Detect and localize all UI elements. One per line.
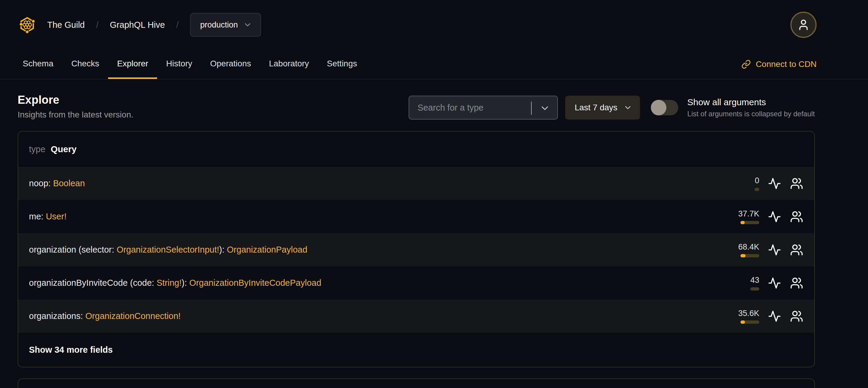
tab-operations[interactable]: Operations <box>201 50 260 79</box>
usage-bar <box>740 254 759 257</box>
field-row: organizations: OrganizationConnection!35… <box>18 300 814 333</box>
toggle-description: List of arguments is collapsed by defaul… <box>687 110 815 118</box>
breadcrumb-org[interactable]: The Guild <box>47 20 85 30</box>
field-usage-group: 43 <box>738 276 804 291</box>
type-card-query: type Query noop: Boolean0me: User!37.7Ko… <box>18 131 815 367</box>
field-signature: noop: Boolean <box>29 178 85 188</box>
field-return-type-link[interactable]: User! <box>46 212 66 221</box>
field-punctuation: : <box>41 212 46 221</box>
field-usage-group: 35.6K <box>738 309 804 324</box>
breadcrumb-separator: / <box>96 20 99 30</box>
users-icon[interactable] <box>790 309 804 323</box>
type-name: Query <box>51 144 77 154</box>
type-kind-label: type <box>29 144 45 154</box>
chevron-down-icon <box>243 20 252 29</box>
usage-bar <box>740 321 759 324</box>
field-usage-group: 0 <box>738 176 804 191</box>
tab-bar: SchemaChecksExplorerHistoryOperationsLab… <box>0 50 868 80</box>
breadcrumb-project[interactable]: GraphQL Hive <box>110 20 165 30</box>
chevron-down-icon[interactable] <box>539 103 550 114</box>
field-arg-name: selector: <box>82 245 117 255</box>
field-name: organizations <box>29 311 81 321</box>
field-punctuation: ) <box>219 245 222 255</box>
toggle-labels: Show all arguments List of arguments is … <box>687 97 815 118</box>
target-selector[interactable]: production <box>190 13 261 37</box>
tab-history[interactable]: History <box>157 50 201 79</box>
field-return-type-link[interactable]: OrganizationConnection! <box>86 311 181 321</box>
field-arg-type-link[interactable]: String! <box>156 278 182 288</box>
field-return-type-link[interactable]: OrganizationPayload <box>227 245 307 255</box>
next-type-card-partial <box>18 379 815 388</box>
tab-explorer[interactable]: Explorer <box>108 50 157 79</box>
field-punctuation: ( <box>76 245 82 255</box>
field-arg-type-link[interactable]: OrganizationSelectorInput! <box>117 245 219 255</box>
show-more-fields-label: Show 34 more fields <box>29 345 113 355</box>
field-usage-stat: 37.7K <box>738 209 759 224</box>
field-name: me <box>29 212 41 221</box>
hive-logo[interactable] <box>19 16 36 34</box>
type-search-combobox[interactable] <box>409 96 558 120</box>
users-icon[interactable] <box>790 243 804 257</box>
field-usage-stat: 0 <box>738 176 759 191</box>
field-row: me: User!37.7K <box>18 200 814 233</box>
toggle-label: Show all arguments <box>687 97 815 107</box>
activity-icon[interactable] <box>768 309 781 323</box>
tab-settings[interactable]: Settings <box>318 50 366 79</box>
period-select-value: Last 7 days <box>575 103 617 112</box>
field-usage-group: 37.7K <box>738 209 804 224</box>
type-search-input[interactable] <box>409 103 526 113</box>
users-icon[interactable] <box>790 177 804 190</box>
period-select[interactable]: Last 7 days <box>565 96 640 120</box>
usage-bar-fill <box>740 321 745 324</box>
page-heading: Explore Insights from the latest version… <box>18 93 133 120</box>
activity-icon[interactable] <box>768 243 781 257</box>
field-usage-stat: 68.4K <box>738 242 759 257</box>
field-request-count: 37.7K <box>738 209 759 218</box>
show-all-arguments-toggle[interactable] <box>651 100 678 115</box>
type-card-header: type Query <box>18 131 814 167</box>
explorer-controls: Last 7 days Show all arguments List of a… <box>409 96 815 120</box>
tab-checks[interactable]: Checks <box>62 50 108 79</box>
usage-bar <box>750 287 759 291</box>
tab-laboratory[interactable]: Laboratory <box>260 50 318 79</box>
field-request-count: 35.6K <box>738 309 759 318</box>
main-content: Explore Insights from the latest version… <box>0 93 868 388</box>
activity-icon[interactable] <box>768 177 781 190</box>
field-row: noop: Boolean0 <box>18 167 814 200</box>
show-more-fields-button[interactable]: Show 34 more fields <box>18 333 814 367</box>
activity-icon[interactable] <box>768 276 781 290</box>
field-return-type-link[interactable]: Boolean <box>53 178 85 188</box>
tab-schema[interactable]: Schema <box>14 50 62 79</box>
user-icon <box>797 19 810 31</box>
toggle-knob <box>651 100 666 115</box>
field-punctuation: : <box>81 311 86 321</box>
field-request-count: 0 <box>755 176 759 185</box>
usage-bar <box>740 221 759 224</box>
usage-bar-fill <box>740 221 745 224</box>
field-punctuation: ( <box>128 278 133 288</box>
field-row: organizationByInviteCode (code: String!)… <box>18 266 814 300</box>
field-usage-stat: 35.6K <box>738 309 759 324</box>
connect-to-cdn-link[interactable]: Connect to CDN <box>741 50 817 79</box>
field-signature: organization (selector: OrganizationSele… <box>29 245 307 255</box>
user-avatar-button[interactable] <box>790 12 817 38</box>
field-name: organization <box>29 245 76 255</box>
field-signature: organizations: OrganizationConnection! <box>29 311 181 321</box>
show-all-arguments-control: Show all arguments List of arguments is … <box>651 97 815 118</box>
users-icon[interactable] <box>790 210 804 223</box>
field-punctuation: : <box>185 278 189 288</box>
field-arg-name: code: <box>133 278 156 288</box>
breadcrumb-separator: / <box>176 20 179 30</box>
field-return-type-link[interactable]: OrganizationByInviteCodePayload <box>189 278 321 288</box>
field-usage-stat: 43 <box>738 276 759 291</box>
field-punctuation: : <box>49 178 53 188</box>
activity-icon[interactable] <box>768 210 781 223</box>
usage-bar-fill <box>740 254 746 257</box>
users-icon[interactable] <box>790 276 804 290</box>
field-row: organization (selector: OrganizationSele… <box>18 233 814 266</box>
top-bar: The Guild / GraphQL Hive / production <box>0 0 868 50</box>
field-punctuation: ) <box>182 278 185 288</box>
field-punctuation: : <box>222 245 227 255</box>
field-request-count: 68.4K <box>738 242 759 251</box>
field-usage-group: 68.4K <box>738 242 804 257</box>
